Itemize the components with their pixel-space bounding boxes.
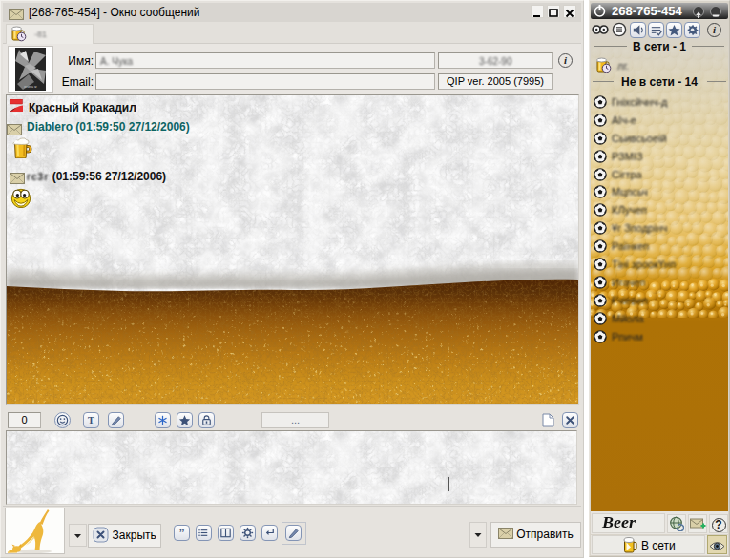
svg-text:T: T <box>88 415 94 425</box>
svg-text:”: ” <box>178 527 184 540</box>
svg-text:книга ж: книга ж <box>24 84 37 89</box>
